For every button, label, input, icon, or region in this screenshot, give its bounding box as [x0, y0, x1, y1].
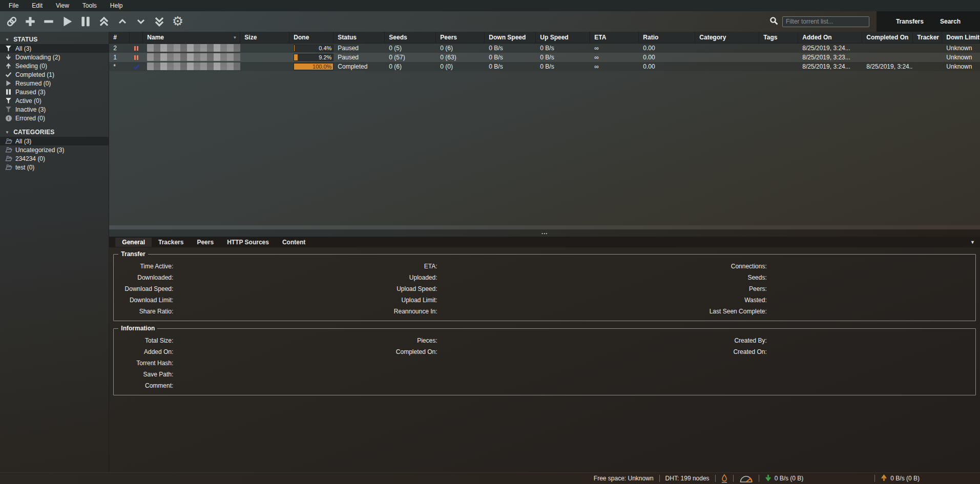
sidebar-category-all[interactable]: All (3) — [0, 137, 109, 145]
cell-peers: 0 (0) — [436, 62, 485, 71]
label-pieces: Pieces: — [380, 335, 437, 346]
sidebar-gap — [0, 122, 109, 128]
status-bar: Free space: Unknown DHT: 199 nodes 0 B/s… — [0, 472, 980, 484]
move-top-button[interactable] — [96, 14, 112, 29]
move-up-button[interactable] — [115, 14, 130, 29]
label-eta: ETA: — [380, 261, 437, 272]
label-last-seen-complete: Last Seen Complete: — [644, 306, 767, 317]
table-row[interactable]: * 100.0% Completed 0 (6) 0 (0) 0 B/s 0 B… — [109, 62, 980, 71]
settings-button[interactable]: ⚙ — [170, 14, 185, 29]
value-empty — [437, 380, 644, 391]
tab-http-sources[interactable]: HTTP Sources — [220, 238, 276, 247]
menu-tools[interactable]: Tools — [76, 2, 103, 9]
cell-eta: ∞ — [590, 62, 639, 71]
add-torrent-file-button[interactable] — [23, 14, 38, 29]
col-header-size[interactable]: Size — [240, 32, 289, 43]
value-time-active — [173, 261, 380, 272]
col-header-tracker[interactable]: Tracker — [913, 32, 942, 43]
down-speed-label: 0 B/s (0 B) — [775, 475, 804, 482]
sidebar-item-resumed[interactable]: Resumed (0) — [0, 79, 109, 88]
col-header-name[interactable]: Name▼ — [143, 32, 240, 43]
sidebar-item-downloading[interactable]: Downloading (2) — [0, 53, 109, 61]
col-header-up-speed[interactable]: Up Speed — [536, 32, 590, 43]
collapse-triangle-icon: ▼ — [5, 37, 9, 42]
sidebar-item-paused[interactable]: Paused (3) — [0, 88, 109, 96]
col-header-state[interactable] — [130, 32, 143, 43]
col-header-number[interactable]: # — [109, 32, 130, 43]
transfer-fieldset: Transfer Time Active: ETA: Connections: … — [113, 250, 976, 321]
sidebar-category-234234[interactable]: 234234 (0) — [0, 154, 109, 163]
upload-speed-status[interactable]: 0 B/s (0 B) — [881, 474, 920, 483]
cell-eta: ∞ — [590, 53, 639, 62]
col-header-done[interactable]: Done — [289, 32, 333, 43]
col-header-status[interactable]: Status — [333, 32, 385, 43]
label-empty — [644, 369, 767, 380]
tab-content[interactable]: Content — [276, 238, 312, 247]
status-section-header[interactable]: ▼ STATUS — [0, 35, 109, 44]
transfer-legend: Transfer — [118, 250, 148, 258]
plus-icon — [24, 15, 36, 28]
sidebar-item-active[interactable]: Active (0) — [0, 96, 109, 105]
col-header-down-limit[interactable]: Down Limit — [942, 32, 980, 43]
delete-torrent-button[interactable] — [41, 14, 56, 29]
col-header-eta[interactable]: ETA — [590, 32, 639, 43]
filter-cluster — [769, 16, 869, 27]
move-down-button[interactable] — [133, 14, 149, 29]
sidebar-category-test[interactable]: test (0) — [0, 163, 109, 172]
col-header-seeds[interactable]: Seeds — [385, 32, 436, 43]
tab-peers[interactable]: Peers — [190, 238, 220, 247]
cell-done: 0.4% — [289, 44, 333, 53]
tab-general[interactable]: General — [115, 238, 152, 247]
cell-completed-on — [862, 44, 913, 53]
col-header-completed-on[interactable]: Completed On — [862, 32, 913, 43]
panel-collapse-chevron-icon[interactable]: ▼ — [970, 240, 975, 245]
label-empty — [380, 380, 437, 391]
download-speed-status[interactable]: 0 B/s (0 B) — [765, 474, 804, 483]
col-header-added-on[interactable]: Added On — [798, 32, 862, 43]
sidebar: ▼ STATUS All (3) Downloading (2) Seeding… — [0, 32, 109, 472]
label-share-ratio: Share Ratio: — [116, 306, 173, 317]
sidebar-category-uncategorized[interactable]: Uncategorized (3) — [0, 145, 109, 154]
menu-view[interactable]: View — [49, 2, 76, 9]
tab-trackers[interactable]: Trackers — [152, 238, 190, 247]
folder-icon — [4, 146, 13, 153]
sidebar-item-seeding[interactable]: Seeding (0) — [0, 61, 109, 70]
categories-section-header[interactable]: ▼ CATEGORIES — [0, 128, 109, 137]
menu-help[interactable]: Help — [103, 2, 130, 9]
filter-icon — [4, 45, 13, 52]
sidebar-item-completed[interactable]: Completed (1) — [0, 70, 109, 79]
col-header-down-speed[interactable]: Down Speed — [485, 32, 536, 43]
value-wasted — [767, 294, 973, 306]
value-share-ratio — [173, 306, 380, 317]
col-header-ratio[interactable]: Ratio — [639, 32, 695, 43]
sidebar-item-label: 234234 (0) — [15, 155, 45, 162]
sidebar-item-all[interactable]: All (3) — [0, 44, 109, 53]
cell-up-speed: 0 B/s — [536, 44, 590, 53]
filter-torrent-input[interactable] — [782, 16, 869, 27]
move-bottom-button[interactable] — [152, 14, 167, 29]
panel-splitter[interactable]: ... — [109, 229, 980, 237]
tab-transfers[interactable]: Transfers — [888, 18, 932, 25]
table-row[interactable]: 2 0.4% Paused 0 (5) 0 (6) 0 B/s 0 B/s ∞ … — [109, 44, 980, 53]
menu-file[interactable]: File — [2, 2, 25, 9]
table-row[interactable]: 1 9.2% Paused 0 (57) 0 (63) 0 B/s 0 B/s … — [109, 53, 980, 62]
upload-arrow-icon — [4, 62, 13, 69]
gear-icon: ⚙ — [172, 15, 183, 28]
pause-button[interactable] — [78, 14, 93, 29]
resume-button[interactable] — [59, 14, 75, 29]
menu-edit[interactable]: Edit — [25, 2, 49, 9]
label-upload-speed: Upload Speed: — [380, 283, 437, 294]
sidebar-item-inactive[interactable]: Inactive (3) — [0, 105, 109, 114]
cell-up-speed: 0 B/s — [536, 62, 590, 71]
col-header-category[interactable]: Category — [695, 32, 759, 43]
value-save-path — [173, 369, 380, 380]
cell-state — [130, 44, 143, 53]
add-torrent-link-button[interactable] — [4, 14, 19, 29]
col-header-tags[interactable]: Tags — [759, 32, 798, 43]
tab-search[interactable]: Search — [932, 18, 969, 25]
cell-completed-on — [862, 53, 913, 62]
alt-speed-gauge-icon[interactable] — [739, 474, 753, 482]
sidebar-item-errored[interactable]: ! Errored (0) — [0, 114, 109, 122]
general-panel: Transfer Time Active: ETA: Connections: … — [109, 247, 980, 472]
col-header-peers[interactable]: Peers — [436, 32, 485, 43]
